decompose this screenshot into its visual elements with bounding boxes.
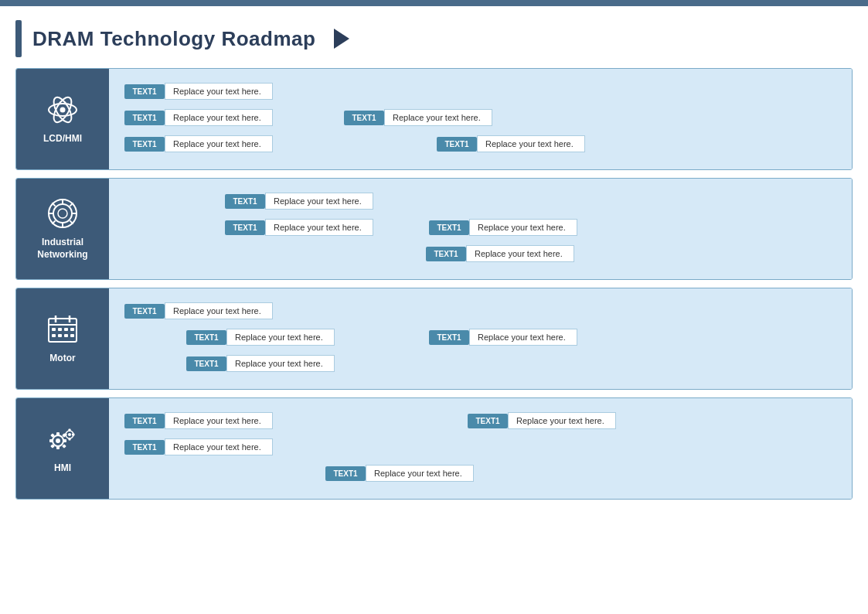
badge: TEXT1 [186, 330, 226, 345]
row-label-text-industrial: IndustrialNetworking [37, 237, 87, 261]
svg-rect-42 [72, 434, 75, 436]
svg-rect-20 [58, 328, 62, 331]
badge: TEXT1 [124, 414, 165, 428]
badge: TEXT1 [437, 137, 477, 152]
list-item: TEXT1 Replace your text here. [344, 109, 492, 126]
list-item: TEXT1 Replace your text here. [124, 83, 273, 100]
badge: TEXT1 [124, 84, 165, 99]
svg-rect-19 [52, 328, 56, 331]
items-row-1: TEXT1 Replace your text here. [120, 189, 841, 213]
items-row-2: TEXT1 Replace your text here. TEXT1 Repl… [120, 326, 841, 349]
text-value: Replace your text here. [165, 83, 273, 100]
list-item: TEXT1 Replace your text here. [429, 219, 577, 236]
row-content-hmi: TEXT1 Replace your text here. TEXT1 Repl… [109, 398, 852, 499]
row-label-motor: Motor [16, 288, 109, 389]
svg-rect-29 [56, 432, 60, 436]
list-item: TEXT1 Replace your text here. [124, 438, 273, 455]
header-arrow-icon [334, 29, 349, 49]
page: DRAM Technology Roadmap LCD/HMI T [0, 0, 868, 614]
text-value: Replace your text here. [226, 329, 335, 346]
items-row-2: TEXT1 Replace your text here. [120, 435, 841, 459]
list-item: TEXT1 Replace your text here. [124, 302, 273, 319]
badge: TEXT1 [124, 440, 165, 455]
row-label-text-lcd-hmi: LCD/HMI [43, 133, 82, 145]
lens-icon [46, 196, 80, 230]
list-item: TEXT1 Replace your text here. [186, 329, 335, 346]
svg-rect-21 [64, 328, 68, 331]
list-item: TEXT1 Replace your text here. [437, 135, 585, 152]
row-label-text-hmi: HMI [54, 462, 71, 475]
row-content-industrial: TEXT1 Replace your text here. TEXT1 Repl… [109, 179, 852, 279]
text-value: Replace your text here. [165, 135, 273, 152]
row-lcd-hmi: LCD/HMI TEXT1 Replace your text here. TE… [15, 68, 853, 170]
items-row-3: TEXT1 Replace your text here. [120, 352, 841, 375]
list-item: TEXT1 Replace your text here. [429, 329, 577, 346]
header-accent [15, 20, 22, 57]
svg-rect-22 [70, 328, 74, 331]
svg-rect-24 [58, 334, 62, 337]
row-label-lcd-hmi: LCD/HMI [16, 69, 109, 169]
items-row-2: TEXT1 Replace your text here. TEXT1 Repl… [120, 106, 841, 129]
text-value: Replace your text here. [165, 302, 273, 319]
svg-rect-30 [56, 445, 60, 449]
svg-rect-39 [69, 429, 71, 432]
badge: TEXT1 [344, 111, 384, 125]
text-value: Replace your text here. [366, 465, 474, 482]
badge: TEXT1 [426, 247, 466, 261]
page-title: DRAM Technology Roadmap [32, 27, 315, 51]
svg-point-6 [58, 209, 67, 218]
row-label-hmi: HMI [16, 398, 109, 499]
list-item: TEXT1 Replace your text here. [124, 135, 273, 152]
list-item: TEXT1 Replace your text here. [186, 355, 335, 372]
badge: TEXT1 [225, 194, 265, 209]
items-row-3: TEXT1 Replace your text here. TEXT1 Repl… [120, 132, 841, 155]
row-industrial-networking: IndustrialNetworking TEXT1 Replace your … [15, 178, 853, 280]
text-value: Replace your text here. [165, 109, 273, 126]
svg-rect-23 [52, 334, 56, 337]
main-content: LCD/HMI TEXT1 Replace your text here. TE… [0, 65, 868, 507]
list-item: TEXT1 Replace your text here. [468, 412, 616, 429]
badge: TEXT1 [325, 466, 366, 481]
row-content-motor: TEXT1 Replace your text here. TEXT1 Repl… [109, 288, 852, 389]
text-value: Replace your text here. [469, 329, 577, 346]
text-value: Replace your text here. [265, 193, 373, 210]
row-content-lcd-hmi: TEXT1 Replace your text here. TEXT1 Repl… [109, 69, 852, 169]
items-row-3: TEXT1 Replace your text here. [120, 462, 841, 485]
svg-rect-32 [63, 439, 66, 442]
badge: TEXT1 [124, 111, 165, 125]
svg-point-28 [56, 438, 60, 443]
badge: TEXT1 [468, 414, 508, 428]
svg-point-5 [53, 204, 72, 223]
header: DRAM Technology Roadmap [0, 6, 868, 65]
calendar-icon [46, 312, 80, 346]
svg-rect-26 [70, 334, 74, 337]
list-item: TEXT1 Replace your text here. [325, 465, 474, 482]
svg-rect-31 [49, 439, 53, 442]
badge: TEXT1 [429, 220, 469, 235]
text-value: Replace your text here. [265, 219, 373, 236]
items-row-1: TEXT1 Replace your text here. [120, 299, 841, 322]
atom-icon [46, 93, 80, 127]
items-row-1: TEXT1 Replace your text here. [120, 80, 841, 103]
gears-icon [46, 422, 80, 456]
text-value: Replace your text here. [477, 135, 585, 152]
items-row-1: TEXT1 Replace your text here. TEXT1 Repl… [120, 409, 841, 432]
row-label-text-motor: Motor [49, 353, 75, 365]
svg-rect-25 [64, 334, 68, 337]
items-row-2: TEXT1 Replace your text here. TEXT1 Repl… [120, 216, 841, 239]
svg-point-38 [68, 433, 71, 436]
row-hmi: HMI TEXT1 Replace your text here. TEXT1 … [15, 397, 853, 500]
badge: TEXT1 [429, 330, 469, 345]
text-value: Replace your text here. [226, 355, 335, 372]
text-value: Replace your text here. [508, 412, 616, 429]
text-value: Replace your text here. [469, 219, 577, 236]
list-item: TEXT1 Replace your text here. [124, 412, 273, 429]
badge: TEXT1 [186, 356, 226, 371]
items-row-3: TEXT1 Replace your text here. [120, 242, 841, 265]
row-motor: Motor TEXT1 Replace your text here. TEXT… [15, 288, 853, 390]
top-bar [0, 0, 868, 6]
badge: TEXT1 [124, 304, 165, 319]
badge: TEXT1 [225, 220, 265, 235]
badge: TEXT1 [124, 137, 165, 152]
list-item: TEXT1 Replace your text here. [124, 109, 273, 126]
